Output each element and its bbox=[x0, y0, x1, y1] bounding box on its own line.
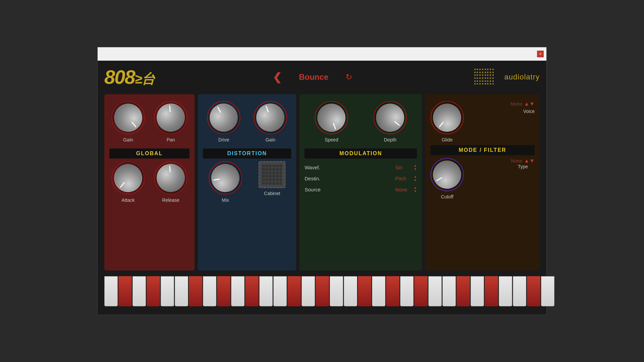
piano-key-25[interactable] bbox=[457, 276, 470, 306]
piano-key-5[interactable] bbox=[175, 276, 188, 306]
piano-key-17[interactable] bbox=[344, 276, 357, 306]
release-indicator bbox=[169, 166, 171, 172]
cabinet-container: Cabinet bbox=[259, 161, 285, 203]
piano-key-23[interactable] bbox=[428, 276, 442, 306]
grid-dot bbox=[482, 72, 483, 73]
piano-key-14[interactable] bbox=[302, 276, 315, 306]
grid-dot bbox=[485, 77, 486, 79]
logo: 808≥台 bbox=[104, 67, 154, 87]
dist-gain-knob[interactable] bbox=[252, 100, 288, 136]
back-arrow[interactable]: ❮ bbox=[273, 71, 282, 83]
cabinet-dot bbox=[266, 182, 268, 185]
piano-key-18[interactable] bbox=[358, 276, 371, 306]
grid-dot bbox=[487, 77, 488, 79]
drive-label: Drive bbox=[218, 137, 229, 142]
gain-knob-container: Gain bbox=[111, 101, 145, 142]
piano-key-24[interactable] bbox=[442, 276, 456, 306]
destin-up-arrow[interactable]: ▲ bbox=[414, 175, 417, 178]
attack-knob[interactable] bbox=[108, 158, 148, 198]
grid-dot bbox=[487, 80, 488, 82]
source-down-arrow[interactable]: ▼ bbox=[414, 190, 417, 193]
cabinet-dot bbox=[279, 182, 282, 185]
mix-knob-container: Mix bbox=[209, 161, 242, 203]
pan-knob-wrapper bbox=[154, 101, 187, 134]
source-label: Source bbox=[305, 187, 325, 192]
piano-key-6[interactable] bbox=[189, 276, 202, 306]
voice-arrows[interactable]: ▲▼ bbox=[524, 101, 535, 107]
type-dropdown[interactable]: None ▲▼ bbox=[511, 158, 535, 164]
piano-key-0[interactable] bbox=[104, 276, 118, 306]
type-arrows[interactable]: ▲▼ bbox=[524, 158, 535, 164]
gain-knob[interactable] bbox=[108, 98, 148, 137]
piano-key-2[interactable] bbox=[132, 276, 146, 306]
glide-knob[interactable] bbox=[427, 98, 467, 137]
mode-top-row: Glide Mono ▲▼ Voice bbox=[430, 101, 535, 142]
glide-knob-wrapper bbox=[430, 101, 464, 134]
glide-label: Glide bbox=[442, 137, 453, 142]
dist-gain-indicator bbox=[266, 106, 269, 113]
piano-key-27[interactable] bbox=[485, 276, 498, 306]
drive-knob[interactable] bbox=[205, 99, 243, 137]
destin-value: Pitch bbox=[395, 176, 412, 181]
grid-dot bbox=[492, 69, 494, 70]
mix-knob-wrapper bbox=[209, 161, 242, 195]
speed-knob[interactable] bbox=[313, 100, 350, 136]
piano-key-28[interactable] bbox=[499, 276, 512, 306]
source-value: None bbox=[395, 187, 412, 192]
piano-key-21[interactable] bbox=[400, 276, 414, 306]
cabinet-dot bbox=[266, 165, 268, 167]
mode-bottom-row: Cutoff None ▲▼ Type bbox=[430, 158, 535, 199]
piano-key-31[interactable] bbox=[541, 276, 554, 306]
cabinet-dot bbox=[276, 175, 279, 178]
cabinet-dot bbox=[269, 168, 272, 171]
destin-dropdown[interactable]: Pitch ▲ ▼ bbox=[395, 175, 417, 182]
piano-key-11[interactable] bbox=[259, 276, 273, 306]
preset-name: Bounce bbox=[288, 72, 339, 82]
piano-key-19[interactable] bbox=[372, 276, 385, 306]
pan-indicator bbox=[169, 105, 171, 112]
wavef-arrows[interactable]: ▲ ▼ bbox=[414, 164, 417, 171]
piano-key-4[interactable] bbox=[161, 276, 174, 306]
piano-key-26[interactable] bbox=[471, 276, 484, 306]
grid-dot bbox=[477, 74, 478, 76]
grid-dot bbox=[485, 80, 486, 82]
cabinet-dot bbox=[276, 165, 279, 167]
title-bar: × bbox=[98, 47, 546, 61]
cutoff-knob[interactable] bbox=[428, 156, 467, 194]
wavef-up-arrow[interactable]: ▲ bbox=[414, 164, 417, 167]
grid-dot bbox=[479, 74, 481, 76]
speed-indicator bbox=[333, 123, 336, 129]
piano-key-3[interactable] bbox=[147, 276, 160, 306]
destin-down-arrow[interactable]: ▼ bbox=[414, 179, 417, 182]
piano-key-16[interactable] bbox=[330, 276, 343, 306]
close-button[interactable]: × bbox=[537, 51, 544, 57]
piano-key-10[interactable] bbox=[245, 276, 259, 306]
source-dropdown[interactable]: None ▲ ▼ bbox=[395, 186, 417, 193]
glide-knob-container: Glide bbox=[430, 101, 464, 142]
gain-knob-wrapper bbox=[111, 101, 145, 134]
piano-key-7[interactable] bbox=[203, 276, 216, 306]
depth-knob[interactable] bbox=[370, 98, 410, 137]
source-arrows[interactable]: ▲ ▼ bbox=[414, 186, 417, 193]
piano-key-15[interactable] bbox=[316, 276, 329, 306]
source-up-arrow[interactable]: ▲ bbox=[414, 186, 417, 189]
piano-key-22[interactable] bbox=[414, 276, 428, 306]
cabinet-dot bbox=[266, 168, 268, 171]
piano-key-12[interactable] bbox=[273, 276, 287, 306]
piano-key-9[interactable] bbox=[231, 276, 245, 306]
cabinet-dot bbox=[276, 172, 279, 174]
piano-key-29[interactable] bbox=[513, 276, 526, 306]
voice-dropdown[interactable]: Mono ▲▼ bbox=[511, 101, 535, 107]
piano-key-13[interactable] bbox=[287, 276, 301, 306]
gain-label: Gain bbox=[123, 137, 133, 142]
pan-knob-container: Pan bbox=[154, 101, 187, 142]
wavef-down-arrow[interactable]: ▼ bbox=[414, 168, 417, 171]
piano-key-8[interactable] bbox=[217, 276, 230, 306]
piano-key-30[interactable] bbox=[527, 276, 540, 306]
destin-arrows[interactable]: ▲ ▼ bbox=[414, 175, 417, 182]
piano-key-20[interactable] bbox=[386, 276, 399, 306]
piano-key-1[interactable] bbox=[118, 276, 132, 306]
cabinet-display[interactable] bbox=[259, 161, 285, 188]
refresh-button[interactable]: ↻ bbox=[345, 72, 352, 82]
wavef-dropdown[interactable]: Sin ▲ ▼ bbox=[395, 164, 417, 171]
